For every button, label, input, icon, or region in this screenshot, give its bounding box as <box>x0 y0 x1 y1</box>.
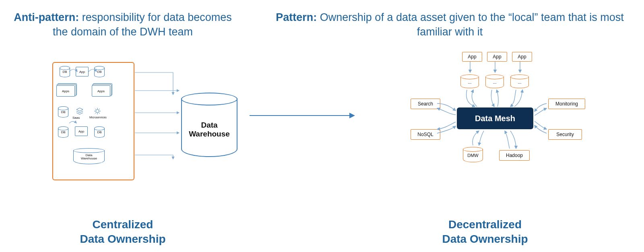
nosql-node: NoSQL <box>411 129 440 140</box>
app-node: App <box>512 52 532 62</box>
monitoring-node: Monitoring <box>548 99 585 109</box>
saas-label: Saas <box>72 116 80 120</box>
search-node: Search <box>411 99 440 109</box>
svg-point-0 <box>96 109 99 113</box>
transition-arrow-icon <box>250 115 354 116</box>
apps-stack-node: Apps <box>92 85 110 97</box>
decentralized-caption: Decentralized Data Ownership <box>402 217 568 247</box>
db-node: DB <box>94 68 105 76</box>
microservices-label: Microservices <box>89 116 107 119</box>
centralized-diagram: Data Warehouse DB App DB Apps Apps DB Sa… <box>52 60 233 181</box>
apps-stack-node: Apps <box>56 85 75 97</box>
app-node: App <box>487 52 507 62</box>
app-node: App <box>76 67 89 76</box>
saas-node <box>73 106 86 116</box>
data-node: ... <box>485 74 504 88</box>
data-warehouse-cylinder: Data Warehouse <box>181 93 237 157</box>
decentralized-diagram: Data Mesh App App App ... ... ... Search… <box>407 50 584 183</box>
db-node: DB <box>60 68 70 76</box>
small-dwh-node: DataWarehouse <box>73 148 105 164</box>
centralized-caption: Centralized Data Ownership <box>56 217 189 247</box>
db-node: DB <box>58 128 68 136</box>
dmw-node: DMW <box>463 147 483 162</box>
app-node: App <box>462 52 482 62</box>
anti-pattern-heading-text: responsibility for data becomes the doma… <box>53 11 232 38</box>
data-warehouse-label: Data Warehouse <box>181 121 237 138</box>
hadoop-node: Hadoop <box>499 150 530 161</box>
db-node: DB <box>94 128 105 136</box>
anti-pattern-heading-bold: Anti-pattern: <box>14 11 79 23</box>
data-mesh-core: Data Mesh <box>457 107 533 129</box>
pattern-heading-text: Ownership of a data asset given to the “… <box>317 11 623 38</box>
pattern-heading-bold: Pattern: <box>276 11 317 23</box>
data-node: ... <box>460 74 479 88</box>
microservices-node <box>93 106 102 116</box>
data-node: ... <box>510 74 529 88</box>
app-node: App <box>75 126 88 136</box>
db-node: DB <box>58 108 68 116</box>
pattern-heading: Pattern: Ownership of a data asset given… <box>268 10 632 39</box>
security-node: Security <box>548 129 582 140</box>
anti-pattern-heading: Anti-pattern: responsibility for data be… <box>8 10 237 39</box>
